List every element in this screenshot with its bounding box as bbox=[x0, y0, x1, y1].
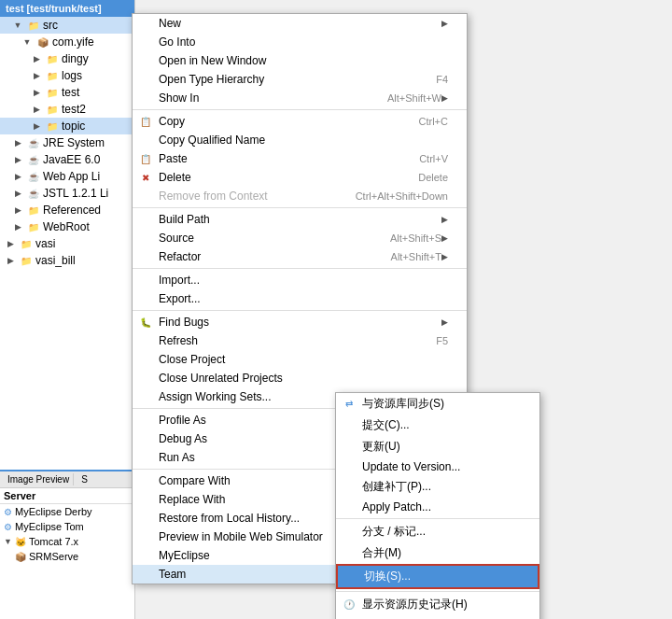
sub-item-update[interactable]: 更新(U) bbox=[336, 436, 539, 457]
menu-label-find-bugs: Find Bugs bbox=[159, 316, 441, 329]
copy-icon: 📋 bbox=[138, 114, 153, 129]
menu-label-refactor: Refactor bbox=[159, 250, 372, 263]
expand-arrow-comyife: ▼ bbox=[21, 35, 34, 49]
sub-item-switch[interactable]: 切换(S)... bbox=[336, 564, 539, 589]
expand-arrow-test2: ▶ bbox=[30, 103, 43, 116]
jar-icon-jre: ☕ bbox=[27, 136, 40, 149]
tree-item-test[interactable]: ▶ 📁 test bbox=[0, 84, 134, 101]
menu-label-build-path: Build Path bbox=[159, 213, 441, 226]
tree-item-webapp[interactable]: ▶ ☕ Web App Li bbox=[0, 168, 134, 185]
sub-item-apply-patch[interactable]: Apply Patch... bbox=[336, 498, 539, 516]
menu-label-copy: Copy bbox=[159, 115, 400, 128]
menu-item-open-type-hierarchy[interactable]: Open Type Hierarchy F4 bbox=[133, 70, 467, 89]
menu-item-refactor[interactable]: Refactor Alt+Shift+T bbox=[133, 247, 467, 266]
divider-1 bbox=[133, 109, 467, 110]
menu-item-paste[interactable]: 📋 Paste Ctrl+V bbox=[133, 149, 467, 168]
menu-item-go-into[interactable]: Go Into bbox=[133, 33, 467, 51]
tree-item-vasibill[interactable]: ▶ 📁 vasi_bill bbox=[0, 252, 134, 269]
expand-arrow-tomcat7: ▼ bbox=[4, 537, 12, 546]
menu-item-remove-context[interactable]: Remove from Context Ctrl+Alt+Shift+Down bbox=[133, 187, 467, 205]
menu-item-find-bugs[interactable]: 🐛 Find Bugs bbox=[133, 313, 467, 331]
server-tabs: Image Preview S bbox=[0, 471, 135, 488]
sub-divider-1 bbox=[336, 518, 539, 519]
expand-arrow-webapp: ▶ bbox=[11, 170, 24, 183]
sub-item-branch-tag[interactable]: 分支 / 标记... bbox=[336, 521, 539, 542]
menu-label-close-unrelated: Close Unrelated Projects bbox=[159, 372, 448, 385]
server-item-tomcat7[interactable]: ▼ 🐱 Tomcat 7.x bbox=[0, 534, 135, 549]
shortcut-refactor: Alt+Shift+T bbox=[391, 251, 441, 262]
menu-label-source: Source bbox=[159, 232, 371, 245]
sub-item-update-version[interactable]: Update to Version... bbox=[336, 457, 539, 476]
server-icon-myeclipsetom: ⚙ bbox=[4, 522, 12, 532]
tree-item-test2[interactable]: ▶ 📁 test2 bbox=[0, 101, 134, 118]
tree-item-javaee[interactable]: ▶ ☕ JavaEE 6.0 bbox=[0, 151, 134, 168]
sub-item-show-history[interactable]: 🕐 显示资源历史记录(H) bbox=[336, 594, 539, 615]
menu-item-export[interactable]: Export... bbox=[133, 289, 467, 308]
jar-icon-webapp: ☕ bbox=[27, 170, 40, 183]
tree-item-dingy[interactable]: ▶ 📁 dingy bbox=[0, 50, 134, 67]
tree-item-comyife[interactable]: ▼ 📦 com.yife bbox=[0, 34, 134, 50]
server-item-derby[interactable]: ⚙ MyEclipse Derby bbox=[0, 504, 135, 519]
tree-item-jstl[interactable]: ▶ ☕ JSTL 1.2.1 Li bbox=[0, 185, 134, 202]
server-label-derby: MyEclipse Derby bbox=[15, 506, 92, 517]
folder-icon-ref: 📁 bbox=[27, 204, 40, 217]
sub-item-sync-source[interactable]: ⇄ 与资源库同步(S) bbox=[336, 393, 539, 415]
project-tree-panel: test [test/trunk/test] ▼ 📁 src ▼ 📦 com.y… bbox=[0, 0, 135, 619]
menu-label-copy-qualified: Copy Qualified Name bbox=[159, 134, 448, 147]
sub-item-commit[interactable]: 提交(C)... bbox=[336, 415, 539, 436]
tree-item-webroot[interactable]: ▶ 📁 WebRoot bbox=[0, 218, 134, 235]
tree-label-jre: JRE System bbox=[43, 136, 105, 149]
sub-item-create-patch[interactable]: 创建补丁(P)... bbox=[336, 476, 539, 498]
sub-item-merge[interactable]: 合并(M) bbox=[336, 542, 539, 564]
tree-item-jre[interactable]: ▶ ☕ JRE System bbox=[0, 134, 134, 151]
sub-item-show-tree-conflicts[interactable]: ⚠ Show Tree Conflicts bbox=[336, 615, 539, 619]
menu-item-open-new-window[interactable]: Open in New Window bbox=[133, 51, 467, 70]
menu-item-close-project[interactable]: Close Project bbox=[133, 350, 467, 369]
sub-label-sync-source: 与资源库同步(S) bbox=[362, 396, 521, 412]
server-item-srmserve[interactable]: 📦 SRMServe bbox=[0, 549, 135, 564]
menu-item-build-path[interactable]: Build Path bbox=[133, 210, 467, 229]
expand-arrow-dingy: ▶ bbox=[30, 52, 43, 65]
tree-item-vasi[interactable]: ▶ 📁 vasi bbox=[0, 235, 134, 252]
server-label-myeclipsetom: MyEclipse Tom bbox=[15, 521, 84, 532]
menu-item-close-unrelated[interactable]: Close Unrelated Projects bbox=[133, 369, 467, 387]
expand-arrow-javaee: ▶ bbox=[11, 153, 24, 166]
tab-s[interactable]: S bbox=[77, 473, 91, 485]
folder-icon-test: 📁 bbox=[46, 86, 59, 99]
tree-label-vasi: vasi bbox=[35, 237, 55, 250]
tree-item-referenced[interactable]: ▶ 📁 Referenced bbox=[0, 202, 134, 218]
tree-label-webapp: Web App Li bbox=[43, 170, 100, 183]
server-panel: Image Preview S Server ⚙ MyEclipse Derby… bbox=[0, 470, 135, 619]
tab-image-preview[interactable]: Image Preview bbox=[4, 473, 74, 485]
menu-item-delete[interactable]: ✖ Delete Delete bbox=[133, 168, 467, 187]
tree-item-src[interactable]: ▼ 📁 src bbox=[0, 17, 134, 34]
menu-label-import: Import... bbox=[159, 274, 448, 287]
tree-item-topic[interactable]: ▶ 📁 topic bbox=[0, 118, 134, 134]
menu-item-copy-qualified[interactable]: Copy Qualified Name bbox=[133, 131, 467, 149]
menu-label-show-in: Show In bbox=[159, 91, 369, 105]
menu-item-new[interactable]: New bbox=[133, 14, 467, 33]
menu-label-paste: Paste bbox=[159, 152, 400, 165]
menu-item-copy[interactable]: 📋 Copy Ctrl+C bbox=[133, 112, 467, 131]
tree-item-logs[interactable]: ▶ 📁 logs bbox=[0, 67, 134, 84]
package-icon-comyife: 📦 bbox=[36, 35, 49, 49]
sub-label-apply-patch: Apply Patch... bbox=[362, 500, 521, 513]
expand-arrow-test: ▶ bbox=[30, 86, 43, 99]
divider-4 bbox=[133, 310, 467, 311]
menu-item-refresh[interactable]: Refresh F5 bbox=[133, 331, 467, 350]
folder-icon-src: 📁 bbox=[27, 19, 40, 32]
jar-icon-javaee: ☕ bbox=[27, 153, 40, 166]
expand-arrow-vasibill: ▶ bbox=[4, 254, 17, 267]
folder-icon-vasi: 📁 bbox=[20, 237, 33, 250]
delete-icon: ✖ bbox=[138, 170, 153, 185]
shortcut-paste: Ctrl+V bbox=[419, 153, 448, 164]
menu-item-show-in[interactable]: Show In Alt+Shift+W bbox=[133, 89, 467, 107]
tree-title: test [test/trunk/test] bbox=[0, 0, 134, 17]
menu-label-open-new-window: Open in New Window bbox=[159, 54, 448, 67]
menu-item-source[interactable]: Source Alt+Shift+S bbox=[133, 229, 467, 247]
menu-item-import[interactable]: Import... bbox=[133, 271, 467, 289]
tree-label-logs: logs bbox=[62, 69, 82, 82]
server-label-srmserve: SRMServe bbox=[29, 551, 78, 562]
team-submenu: ⇄ 与资源库同步(S) 提交(C)... 更新(U) Update to Ver… bbox=[335, 392, 540, 619]
server-item-myeclipsetom[interactable]: ⚙ MyEclipse Tom bbox=[0, 519, 135, 534]
